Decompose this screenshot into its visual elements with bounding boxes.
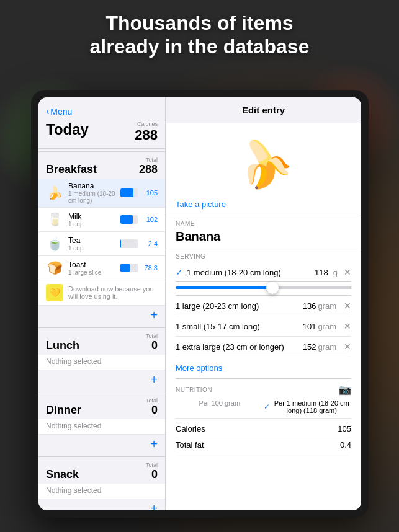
nutrition-fat-value: 0.4: [340, 440, 351, 450]
snack-add-button[interactable]: +: [150, 502, 158, 510]
serving-selected-row[interactable]: ✓ 1 medium (18-20 cm long) 118 g ✕: [176, 264, 351, 282]
dinner-nothing-selected: Nothing selected: [38, 419, 165, 435]
food-item-banana[interactable]: 🍌 Banana 1 medium (18-20 cm long) 105: [38, 179, 165, 208]
tea-cal-bar: 2.4: [120, 239, 158, 248]
tablet-inner: ‹ Menu Today Calories 288 Breakfast Tota…: [38, 97, 361, 510]
nutrition-row-calories: Calories 105: [176, 421, 351, 437]
serving-option-xlarge-unit: gram: [318, 342, 336, 352]
banana-bar: [120, 188, 138, 197]
nav-back-label: Menu: [50, 107, 72, 117]
toast-cal-bar: 78.3: [120, 264, 158, 272]
nutrition-fat-name: Total fat: [176, 440, 204, 450]
take-picture-button[interactable]: Take a picture: [176, 200, 226, 209]
dinner-add-button[interactable]: +: [150, 437, 158, 451]
snack-total: Total 0: [146, 462, 158, 481]
more-options-row: More options: [176, 357, 351, 379]
dinner-add-row: +: [38, 435, 165, 454]
calories-value: 288: [135, 127, 158, 143]
nutrition-calories-name: Calories: [176, 424, 205, 433]
milk-icon: 🥛: [46, 211, 63, 228]
lunch-total-label: Total: [146, 333, 158, 339]
serving-option-small-remove[interactable]: ✕: [344, 321, 351, 331]
food-item-tea[interactable]: 🍵 Tea 1 cup 2.4: [38, 232, 165, 256]
milk-name: Milk: [68, 212, 115, 221]
serving-option-xlarge-amount: 152: [303, 342, 316, 352]
serving-selected-amount: 118: [315, 268, 328, 277]
tea-desc: 1 cup: [68, 245, 115, 252]
serving-option-large-remove[interactable]: ✕: [344, 301, 351, 311]
snack-total-value: 0: [146, 468, 158, 481]
breakfast-add-row: +: [38, 306, 165, 325]
today-row: Today Calories 288: [46, 121, 158, 143]
serving-option-small-name: 1 small (15-17 cm long): [176, 322, 303, 331]
slider-track-right: [272, 286, 351, 289]
lunch-add-button[interactable]: +: [150, 373, 158, 387]
serving-selected-remove[interactable]: ✕: [344, 267, 351, 277]
promo-item: 💛 Download now because you will love usi…: [38, 280, 165, 306]
nutrition-calories-value: 105: [338, 424, 351, 433]
serving-selected-name: 1 medium (18-20 cm long): [187, 268, 311, 277]
serving-option-xlarge[interactable]: 1 extra large (23 cm or longer) 152 gram…: [176, 337, 351, 357]
dinner-header: Dinner Total 0: [38, 392, 165, 419]
lunch-nothing-selected: Nothing selected: [38, 355, 165, 370]
breakfast-total-label: Total: [139, 157, 158, 163]
breakfast-add-button[interactable]: +: [150, 308, 158, 322]
calories-col: Calories 288: [135, 121, 158, 143]
serving-option-small[interactable]: 1 small (15-17 cm long) 101 gram ✕: [176, 316, 351, 337]
dinner-total-label: Total: [146, 397, 158, 404]
tea-calories: 2.4: [140, 240, 158, 247]
lunch-total: Total 0: [146, 333, 158, 352]
toast-desc: 1 large slice: [68, 269, 115, 276]
toast-bar-fill: [120, 264, 130, 272]
name-field-section: NAME Banana: [166, 216, 361, 249]
tea-info: Tea 1 cup: [68, 236, 115, 252]
more-options-button[interactable]: More options: [176, 363, 222, 373]
tablet-notch: [175, 90, 225, 97]
food-item-milk[interactable]: 🥛 Milk 1 cup 102: [38, 208, 165, 232]
nutrition-label: NUTRITION: [176, 386, 212, 393]
serving-option-large[interactable]: 1 large (20-23 cm long) 136 gram ✕: [176, 296, 351, 316]
banana-name: Banana: [68, 182, 115, 190]
serving-option-large-unit: gram: [318, 301, 336, 311]
milk-cal-bar: 102: [120, 215, 158, 224]
headline: Thousands of items already in the databa…: [0, 11, 399, 59]
name-field-label: NAME: [176, 220, 351, 227]
banana-cal-bar: 105: [120, 188, 158, 197]
lunch-title: Lunch: [46, 339, 79, 352]
breakfast-total-value: 288: [139, 163, 158, 176]
banana-calories: 105: [140, 189, 158, 197]
promo-text: Download now because you will love using…: [68, 285, 158, 300]
chevron-left-icon: ‹: [46, 106, 49, 117]
toast-info: Toast 1 large slice: [68, 260, 115, 276]
tea-bar-fill: [120, 239, 121, 248]
nutrition-col2[interactable]: ✓ Per 1 medium (18-20 cm long) (118 gram…: [264, 399, 352, 414]
toast-name: Toast: [68, 260, 115, 269]
toast-bar: [120, 264, 138, 272]
serving-option-xlarge-remove[interactable]: ✕: [344, 342, 351, 352]
snack-add-row: +: [38, 499, 165, 510]
slider-thumb[interactable]: [266, 282, 279, 294]
nutrition-cols: Per 100 gram ✓ Per 1 medium (18-20 cm lo…: [176, 399, 351, 419]
lunch-total-value: 0: [146, 339, 158, 352]
nutrition-col1[interactable]: Per 100 gram: [176, 399, 264, 414]
nutrition-col2-check: ✓: [264, 402, 270, 411]
breakfast-total: Total 288: [139, 157, 158, 176]
serving-label: SERVING: [176, 253, 351, 260]
snack-title: Snack: [46, 468, 79, 481]
camera-icon[interactable]: 📷: [339, 384, 351, 396]
promo-icon: 💛: [46, 284, 63, 301]
slider-track[interactable]: [176, 286, 351, 289]
serving-selected-unit: g: [333, 268, 338, 277]
today-title: Today: [46, 121, 89, 138]
banana-desc: 1 medium (18-20 cm long): [68, 190, 115, 204]
milk-bar: [120, 215, 138, 224]
food-item-toast[interactable]: 🍞 Toast 1 large slice 78.3: [38, 256, 165, 280]
nav-back-button[interactable]: ‹ Menu: [46, 106, 158, 117]
snack-total-label: Total: [146, 462, 158, 468]
check-icon: ✓: [176, 267, 183, 277]
serving-option-xlarge-name: 1 extra large (23 cm or longer): [176, 342, 303, 352]
banana-image-area: 🍌: [166, 123, 361, 195]
name-field-value[interactable]: Banana: [176, 229, 351, 249]
nutrition-section: NUTRITION 📷 Per 100 gram ✓ Per 1 medium …: [166, 379, 361, 453]
nutrition-row-fat: Total fat 0.4: [176, 437, 351, 453]
